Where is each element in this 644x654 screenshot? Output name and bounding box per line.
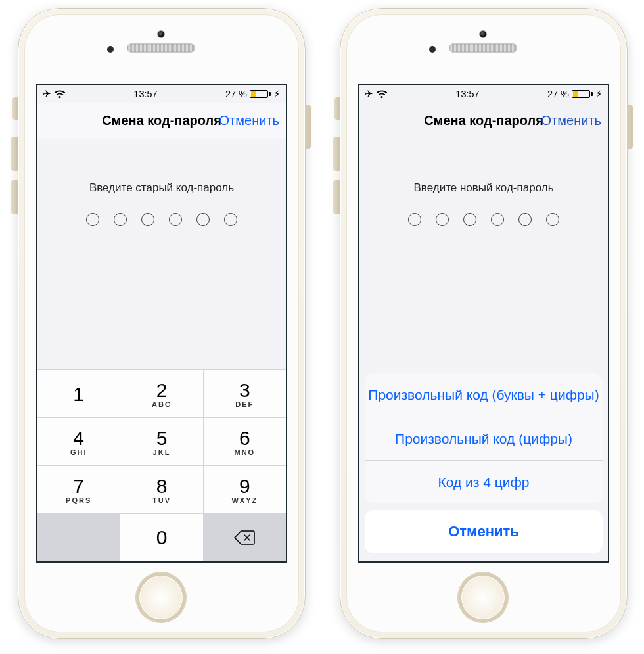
- passcode-dot: [196, 213, 210, 226]
- keypad-blank: [37, 514, 120, 561]
- screen-change-passcode-old: ✈︎ 13:57 27 % ⚡︎ Смена код-пароля Отмени…: [36, 84, 287, 563]
- ear-speaker: [449, 43, 517, 53]
- battery-icon: [250, 90, 271, 98]
- keypad-1[interactable]: 1: [37, 370, 120, 417]
- keypad-8[interactable]: 8TUV: [120, 466, 202, 513]
- front-camera: [157, 30, 165, 38]
- ear-speaker: [127, 43, 195, 53]
- airplane-icon: ✈︎: [43, 89, 51, 99]
- passcode-prompt: Введите старый код-пароль: [37, 139, 286, 369]
- passcode-dot: [141, 213, 154, 226]
- nav-cancel-button[interactable]: Отменить: [219, 113, 279, 128]
- keypad-5[interactable]: 5JKL: [120, 418, 202, 465]
- keypad-0[interactable]: 0: [120, 514, 202, 561]
- battery-percent: 27 %: [225, 89, 247, 99]
- front-camera: [479, 30, 487, 38]
- home-button[interactable]: [135, 572, 187, 623]
- keypad-7[interactable]: 7PQRS: [37, 466, 120, 513]
- passcode-dot: [224, 213, 237, 226]
- phone-left: ✈︎ 13:57 27 % ⚡︎ Смена код-пароля Отмени…: [10, 8, 312, 639]
- status-bar: ✈︎ 13:57 27 % ⚡︎: [37, 85, 286, 103]
- wifi-icon: [54, 90, 66, 99]
- charging-icon: ⚡︎: [273, 89, 281, 99]
- passcode-dot: [86, 213, 99, 226]
- passcode-dot: [169, 213, 182, 226]
- keypad-backspace[interactable]: [204, 514, 286, 561]
- action-sheet-options: Произвольный код (буквы + цифры) Произво…: [365, 373, 603, 503]
- keypad-2[interactable]: 2ABC: [120, 370, 202, 417]
- home-button[interactable]: [457, 572, 509, 623]
- option-numeric-arbitrary[interactable]: Произвольный код (цифры): [365, 417, 603, 460]
- screen-change-passcode-new: ✈︎ 13:57 27 % ⚡︎ Смена код-пароля Отмени…: [358, 84, 609, 563]
- keypad-3[interactable]: 3DEF: [204, 370, 286, 417]
- keypad-4[interactable]: 4GHI: [37, 418, 120, 465]
- passcode-dot: [114, 213, 127, 226]
- phone-right: ✈︎ 13:57 27 % ⚡︎ Смена код-пароля Отмени…: [332, 8, 634, 639]
- navbar: Смена код-пароля Отменить: [37, 103, 286, 139]
- number-keypad: 1 2ABC 3DEF 4GHI 5JKL 6MNO 7PQRS 8TUV 9W…: [37, 369, 286, 561]
- proximity-sensor: [429, 46, 436, 53]
- prompt-text: Введите старый код-пароль: [89, 181, 234, 195]
- option-four-digit[interactable]: Код из 4 цифр: [365, 460, 603, 503]
- keypad-9[interactable]: 9WXYZ: [204, 466, 286, 513]
- action-sheet-cancel[interactable]: Отменить: [365, 510, 603, 553]
- action-sheet: Произвольный код (буквы + цифры) Произво…: [359, 85, 608, 561]
- proximity-sensor: [107, 46, 114, 53]
- backspace-icon: [233, 530, 256, 546]
- option-alphanumeric[interactable]: Произвольный код (буквы + цифры): [365, 373, 603, 417]
- keypad-6[interactable]: 6MNO: [204, 418, 286, 465]
- nav-title: Смена код-пароля: [102, 113, 221, 128]
- passcode-dots: [86, 213, 237, 226]
- status-time: 13:57: [133, 89, 157, 99]
